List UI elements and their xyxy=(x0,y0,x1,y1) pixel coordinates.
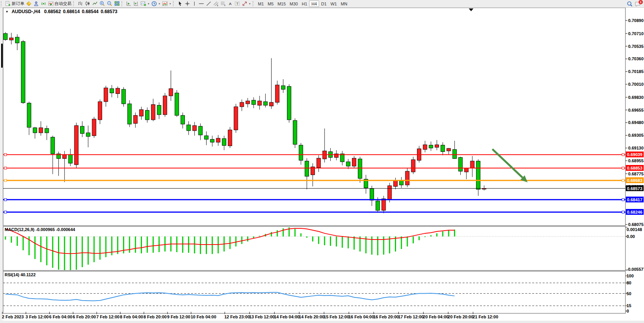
toolbar-grip[interactable] xyxy=(73,1,75,6)
svg-text:0.70010: 0.70010 xyxy=(628,82,644,87)
indicators-dropdown-caret[interactable]: ▼ xyxy=(147,3,150,5)
svg-text:0.68853: 0.68853 xyxy=(627,166,642,170)
chart-canvas[interactable]: 0.708900.707100.705350.703600.701850.700… xyxy=(0,0,644,323)
toolbar-grip[interactable] xyxy=(253,1,255,6)
indicators-button[interactable]: ▼ xyxy=(140,0,150,7)
text-label-icon: T xyxy=(234,1,240,7)
svg-text:16 Feb 20:00: 16 Feb 20:00 xyxy=(373,314,399,319)
ohlc-open: 0.68562 xyxy=(44,9,61,14)
svg-text:0.68075: 0.68075 xyxy=(628,222,644,227)
signals-button[interactable] xyxy=(40,0,47,7)
svg-text:100: 100 xyxy=(627,274,634,278)
svg-text:0.69039: 0.69039 xyxy=(627,152,642,157)
chart-title: ▼ AUDUSD-,H4 0.68562 0.68614 0.68544 0.6… xyxy=(5,9,118,14)
macd-indicator-label: MACD(12,26,9) -0.000965 -0.000644 xyxy=(5,227,75,232)
timeframe-w1-button[interactable]: W1 xyxy=(328,1,339,7)
symbol-dropdown-icon[interactable]: ▼ xyxy=(5,10,9,14)
auto-trading-button[interactable]: 自动交易 xyxy=(47,0,72,7)
hline-handle[interactable] xyxy=(622,211,624,213)
hline-handle[interactable] xyxy=(4,167,7,169)
hline-handle[interactable] xyxy=(4,153,7,156)
svg-text:A: A xyxy=(229,2,232,6)
timeframe-mn-button[interactable]: MN xyxy=(339,1,349,7)
timeframe-m15-button[interactable]: M15 xyxy=(275,1,287,7)
timeframe-m30-button[interactable]: M30 xyxy=(288,1,300,7)
search-icon xyxy=(627,1,633,7)
tile-windows-icon xyxy=(114,1,120,7)
svg-text:15: 15 xyxy=(627,303,631,308)
timeframe-h1-button[interactable]: H1 xyxy=(300,1,309,7)
channel-tool-button[interactable]: E xyxy=(212,0,220,7)
new-order-label: 新订单 xyxy=(12,1,24,7)
fibonacci-tool-button[interactable]: F xyxy=(220,0,227,7)
periods-dropdown-caret[interactable]: ▼ xyxy=(158,3,161,5)
svg-text:T: T xyxy=(236,2,238,6)
hline-handle[interactable] xyxy=(4,199,7,201)
hline-handle[interactable] xyxy=(622,167,624,169)
svg-text:14 Feb 20:00: 14 Feb 20:00 xyxy=(299,314,325,319)
zoom-out-button[interactable] xyxy=(106,0,113,7)
svg-text:14 Feb 04:00: 14 Feb 04:00 xyxy=(274,314,299,319)
new-order-button[interactable]: 新订单 xyxy=(4,0,25,7)
cursor-tool-button[interactable] xyxy=(176,0,184,7)
svg-text:12 Feb 23:00: 12 Feb 23:00 xyxy=(224,314,250,319)
ohlc-close: 0.68573 xyxy=(101,9,117,14)
arrows-icon xyxy=(242,1,248,7)
svg-text:9 Feb 12:00: 9 Feb 12:00 xyxy=(167,314,190,319)
hline-handle[interactable] xyxy=(622,179,624,182)
svg-text:13 Feb 12:00: 13 Feb 12:00 xyxy=(249,314,275,319)
svg-text:16 Feb 04:00: 16 Feb 04:00 xyxy=(348,314,374,319)
svg-text:7 Feb 12:00: 7 Feb 12:00 xyxy=(96,314,120,319)
text-icon: A xyxy=(228,1,233,7)
gold-diamond-icon xyxy=(26,1,32,7)
periods-button[interactable]: ▼ xyxy=(150,0,161,7)
text-label-tool-button[interactable]: T xyxy=(234,0,241,7)
bar-chart-button[interactable] xyxy=(77,0,84,7)
svg-text:3 Feb 12:00: 3 Feb 12:00 xyxy=(26,314,49,319)
auto-scroll-button[interactable] xyxy=(125,0,132,7)
notifications-button[interactable]: 1 xyxy=(634,0,642,7)
indicators-icon xyxy=(140,1,146,7)
candlestick-chart-button[interactable] xyxy=(84,0,91,7)
hline-handle[interactable] xyxy=(4,179,7,182)
chart-shift-button[interactable] xyxy=(132,0,140,7)
crosshair-tool-button[interactable] xyxy=(184,0,191,7)
zoom-in-icon xyxy=(99,1,105,7)
toolbar-grip[interactable] xyxy=(1,1,3,6)
timeframe-m5-button[interactable]: M5 xyxy=(266,1,275,7)
toolbar-grip[interactable] xyxy=(121,1,124,6)
arrows-dropdown-caret[interactable]: ▼ xyxy=(249,3,251,5)
metaquotes-button[interactable] xyxy=(25,0,32,7)
svg-text:80: 80 xyxy=(627,280,631,285)
hline-handle[interactable] xyxy=(622,153,624,156)
timeframe-m1-button[interactable]: M1 xyxy=(256,1,266,7)
hline-handle[interactable] xyxy=(4,211,7,213)
svg-text:20 Feb 04:00: 20 Feb 04:00 xyxy=(423,314,449,319)
zoom-in-button[interactable] xyxy=(99,0,106,7)
tile-windows-button[interactable] xyxy=(113,0,121,7)
line-chart-button[interactable] xyxy=(91,0,99,7)
templates-button[interactable]: ▼ xyxy=(161,0,172,7)
horizontal-line-tool-button[interactable] xyxy=(198,0,205,7)
data-window-button[interactable] xyxy=(32,0,40,7)
candlestick-chart-icon xyxy=(85,1,91,7)
timeframe-d1-button[interactable]: D1 xyxy=(319,1,328,7)
trendline-tool-button[interactable] xyxy=(205,0,212,7)
mt4-window: { "toolbar": { "new_order_label": "新订单",… xyxy=(0,0,644,323)
rsi-axis: 1008050150 xyxy=(625,274,634,313)
vertical-line-tool-button[interactable] xyxy=(191,0,198,7)
search-button[interactable] xyxy=(626,0,634,7)
templates-dropdown-caret[interactable]: ▼ xyxy=(169,3,171,5)
auto-trading-icon xyxy=(48,1,54,7)
svg-text:0.70890: 0.70890 xyxy=(628,18,644,23)
timeframe-h4-button[interactable]: H4 xyxy=(309,0,319,7)
ohlc-high: 0.68614 xyxy=(63,9,80,14)
svg-text:0.68246: 0.68246 xyxy=(627,210,642,214)
text-tool-button[interactable]: A xyxy=(227,0,234,7)
hline-handle[interactable] xyxy=(622,199,624,201)
toolbar-grip[interactable] xyxy=(173,1,175,6)
arrows-tool-button[interactable]: ▼ xyxy=(241,0,252,7)
svg-text:-0.005577: -0.005577 xyxy=(627,267,644,272)
svg-text:10 Feb 04:00: 10 Feb 04:00 xyxy=(191,314,216,319)
horizontal-line-icon xyxy=(198,1,204,7)
